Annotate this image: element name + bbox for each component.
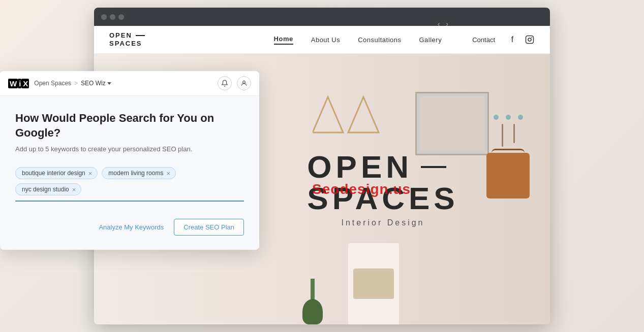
- hero-subtitle: Interior Design: [307, 218, 458, 227]
- website-nav-links: Home About Us Consultations Gallery: [274, 35, 442, 45]
- keywords-input-area[interactable]: boutique interior design × modern living…: [15, 167, 244, 202]
- breadcrumb-separator: >: [74, 80, 78, 87]
- facebook-icon[interactable]: f: [507, 35, 517, 45]
- wix-breadcrumb: Open Spaces > SEO Wiz: [34, 80, 111, 87]
- keyword-tag-1[interactable]: modern living rooms ×: [102, 167, 176, 179]
- wix-subheading: Add up to 5 keywords to create your pers…: [15, 145, 244, 153]
- website-nav: OPEN SPACES Home About Us Consultations …: [94, 26, 550, 54]
- svg-rect-0: [526, 36, 534, 44]
- browser-dot-close[interactable]: [101, 14, 107, 20]
- instagram-icon[interactable]: [525, 35, 535, 45]
- wix-actions: Analyze My Keywords Create SEO Plan: [15, 217, 244, 236]
- wix-topbar: WiX Open Spaces > SEO Wiz: [0, 71, 259, 96]
- wix-topbar-right: [218, 76, 251, 90]
- website-logo: OPEN SPACES: [109, 31, 145, 47]
- create-seo-plan-button[interactable]: Create SEO Plan: [174, 219, 244, 236]
- keyword-tag-close-0[interactable]: ×: [88, 170, 93, 177]
- svg-marker-3: [313, 97, 343, 132]
- nav-link-gallery[interactable]: Gallery: [419, 36, 442, 44]
- analyze-keywords-button[interactable]: Analyze My Keywords: [99, 223, 164, 231]
- svg-marker-4: [348, 97, 379, 132]
- hero-brand-line1: OPEN: [307, 151, 413, 183]
- nav-link-home[interactable]: Home: [274, 35, 293, 45]
- wix-logo: WiX: [8, 79, 29, 88]
- browser-titlebar: [94, 8, 550, 26]
- breadcrumb-site-name: Open Spaces: [34, 80, 71, 87]
- browser-dot-minimize[interactable]: [110, 14, 115, 20]
- logo-line2: SPACES: [109, 40, 145, 48]
- keyword-tag-2[interactable]: nyc design studio ×: [15, 183, 81, 195]
- profile-button[interactable]: [237, 76, 251, 90]
- keyword-tag-label-0: boutique interior design: [22, 170, 85, 177]
- notifications-button[interactable]: [218, 76, 232, 90]
- decorative-plant: [302, 279, 323, 324]
- wix-body: How Would People Search for You on Googl…: [0, 96, 259, 250]
- svg-point-5: [243, 81, 246, 83]
- decorative-hooks-area: [486, 115, 530, 198]
- watermark: Seodesign.us: [312, 181, 411, 197]
- svg-point-2: [531, 37, 532, 38]
- keyword-tag-label-1: modern living rooms: [108, 170, 163, 177]
- nav-link-consultations[interactable]: Consultations: [358, 36, 401, 44]
- keyword-tag-close-2[interactable]: ×: [72, 186, 76, 193]
- decorative-chair: [328, 233, 419, 324]
- wix-panel: WiX Open Spaces > SEO Wiz: [0, 71, 259, 250]
- keyword-tag-label-2: nyc design studio: [22, 186, 69, 193]
- nav-link-about[interactable]: About Us: [311, 36, 340, 44]
- logo-dash: [136, 35, 145, 36]
- logo-line1: OPEN: [109, 31, 132, 40]
- keyword-tag-0[interactable]: boutique interior design ×: [15, 167, 98, 179]
- wix-heading: How Would People Search for You on Googl…: [15, 111, 244, 140]
- wix-topbar-left: WiX Open Spaces > SEO Wiz: [8, 79, 111, 88]
- hero-brand-dash: [421, 166, 446, 168]
- website-nav-right: Contact f: [472, 35, 535, 45]
- breadcrumb-page-dropdown[interactable]: SEO Wiz: [81, 80, 111, 87]
- decorative-triangles: [313, 92, 394, 153]
- browser-traffic-lights: [101, 14, 124, 20]
- keyword-tag-close-1[interactable]: ×: [166, 170, 170, 177]
- decorative-picture-frame: [415, 92, 489, 155]
- breadcrumb-page-name: SEO Wiz: [81, 80, 106, 87]
- nav-contact[interactable]: Contact: [472, 36, 495, 44]
- svg-point-1: [528, 38, 531, 41]
- breadcrumb-chevron-icon: [107, 82, 111, 85]
- browser-dot-maximize[interactable]: [118, 14, 124, 20]
